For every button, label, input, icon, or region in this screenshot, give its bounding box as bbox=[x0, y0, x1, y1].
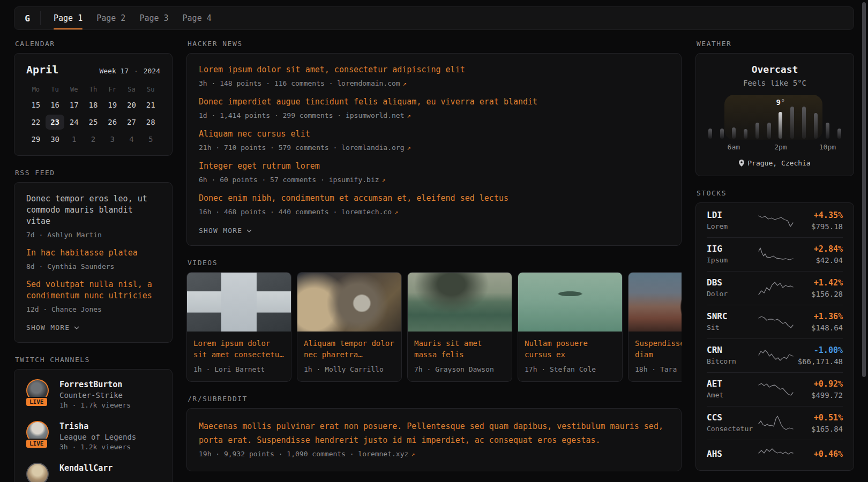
calendar-day[interactable]: 29 bbox=[26, 132, 46, 147]
calendar-day[interactable]: 15 bbox=[26, 97, 46, 112]
tab-page-4[interactable]: Page 4 bbox=[183, 7, 212, 29]
stock-symbol[interactable]: CCS bbox=[707, 412, 758, 423]
reddit-meta-text: 19h · 9,932 points · 1,090 comments · lo… bbox=[199, 450, 408, 458]
channel-info: ForrestBurton Counter-Strike 1h · 1.7k v… bbox=[59, 379, 131, 410]
video-meta: 1h · Molly Carrillo bbox=[304, 365, 395, 374]
channel-name[interactable]: Trisha bbox=[59, 421, 136, 432]
calendar-day[interactable]: 1 bbox=[64, 132, 84, 147]
twitch-channel-row[interactable]: LIVE ForrestBurton Counter-Strike 1h · 1… bbox=[26, 379, 160, 410]
video-thumbnail[interactable] bbox=[297, 273, 401, 332]
video-card[interactable]: Aliquam tempor dolor nec pharetra… 1h · … bbox=[297, 272, 402, 382]
calendar-day-selected[interactable]: 23 bbox=[46, 115, 65, 130]
calendar-day[interactable]: 20 bbox=[122, 97, 141, 112]
twitch-channel-row[interactable]: KendallCarr bbox=[26, 463, 160, 482]
video-title[interactable]: Mauris sit amet massa felis bbox=[414, 338, 505, 360]
hn-show-more-button[interactable]: SHOW MORE bbox=[199, 227, 252, 235]
channel-name[interactable]: KendallCarr bbox=[59, 463, 113, 473]
stock-change: +2.84% bbox=[794, 244, 843, 254]
stock-symbol[interactable]: SNRC bbox=[707, 311, 758, 322]
calendar-day[interactable]: 4 bbox=[122, 132, 141, 147]
hn-item-title[interactable]: Donec enim nibh, condimentum et accumsan… bbox=[199, 193, 669, 204]
stock-row[interactable]: SNRC Sit +1.36% $148.64 bbox=[707, 305, 843, 338]
calendar-day[interactable]: 2 bbox=[84, 132, 103, 147]
stock-row[interactable]: CRN Bitcorn -1.00% $66,171.48 bbox=[707, 338, 843, 372]
weekday-header: Sa bbox=[122, 84, 141, 95]
stock-symbol[interactable]: DBS bbox=[707, 277, 758, 288]
tab-page-3[interactable]: Page 3 bbox=[139, 7, 168, 29]
hn-item-title[interactable]: Integer eget rutrum lorem bbox=[199, 161, 669, 172]
calendar-day[interactable]: 26 bbox=[103, 115, 122, 130]
hn-item-title[interactable]: Lorem ipsum dolor sit amet, consectetur … bbox=[199, 64, 669, 76]
stock-symbol[interactable]: IIG bbox=[707, 244, 758, 254]
calendar-day[interactable]: 3 bbox=[103, 132, 122, 147]
subreddit-card: Maecenas mollis pulvinar erat non posuer… bbox=[186, 408, 682, 471]
video-thumbnail[interactable] bbox=[628, 273, 682, 332]
stock-row[interactable]: IIG Ipsum +2.84% $42.04 bbox=[707, 237, 843, 271]
stocks-widget: STOCKS LDI Lorem +4.35% $795.18 bbox=[695, 189, 854, 471]
stock-row[interactable]: AET Amet +0.92% $499.72 bbox=[707, 372, 843, 406]
calendar-day[interactable]: 27 bbox=[122, 115, 141, 130]
video-card[interactable]: Nullam posuere cursus ex 17h · Stefan Co… bbox=[518, 272, 623, 382]
calendar-day[interactable]: 30 bbox=[46, 132, 65, 147]
app-logo[interactable]: G bbox=[14, 7, 40, 29]
external-link-icon[interactable]: ↗ bbox=[394, 208, 398, 216]
video-title[interactable]: Lorem ipsum dolor sit amet consectetu… bbox=[193, 338, 285, 360]
video-card[interactable]: Mauris sit amet massa felis 7h · Grayson… bbox=[407, 272, 512, 382]
calendar-day[interactable]: 19 bbox=[103, 97, 122, 112]
hn-item-title[interactable]: Aliquam nec cursus elit bbox=[199, 129, 669, 140]
time-label: 6am bbox=[728, 143, 740, 151]
calendar-day[interactable]: 18 bbox=[84, 97, 103, 112]
hn-item: Donec imperdiet augue tincidunt felis al… bbox=[199, 96, 669, 120]
video-thumbnail[interactable] bbox=[408, 273, 512, 332]
stock-row[interactable]: DBS Dolor +1.42% $156.28 bbox=[707, 271, 843, 305]
video-thumbnail[interactable] bbox=[518, 273, 622, 332]
stock-sparkline bbox=[758, 415, 794, 432]
stock-row[interactable]: CCS Consectetur +0.51% $165.84 bbox=[707, 406, 843, 440]
reddit-post-title[interactable]: Maecenas mollis pulvinar erat non posuer… bbox=[199, 419, 669, 447]
calendar-day[interactable]: 24 bbox=[64, 115, 84, 130]
external-link-icon[interactable]: ↗ bbox=[407, 112, 411, 119]
calendar-day[interactable]: 22 bbox=[26, 115, 46, 130]
video-thumbnail[interactable] bbox=[187, 273, 291, 332]
chevron-down-icon bbox=[73, 326, 80, 330]
stock-name: Consectetur bbox=[707, 424, 758, 434]
tab-page-2[interactable]: Page 2 bbox=[96, 7, 125, 29]
video-card[interactable]: Suspendisse diam 18h · Tara bbox=[628, 272, 682, 382]
rss-item-title[interactable]: Donec tempor eros leo, ut commodo mauris… bbox=[26, 193, 160, 227]
stock-row[interactable]: AHS +0.46% bbox=[707, 440, 843, 469]
hn-item-title[interactable]: Donec imperdiet augue tincidunt felis al… bbox=[199, 96, 669, 108]
hn-item: Aliquam nec cursus elit 21h · 710 points… bbox=[199, 129, 669, 153]
hn-item-meta: 21h · 710 points · 579 comments · loreml… bbox=[199, 143, 669, 153]
calendar-day[interactable]: 17 bbox=[64, 97, 84, 112]
stock-price: $795.18 bbox=[794, 222, 843, 231]
calendar-day[interactable]: 25 bbox=[84, 115, 103, 130]
calendar-day[interactable]: 28 bbox=[141, 115, 160, 130]
stock-symbol[interactable]: CRN bbox=[707, 345, 758, 356]
video-card[interactable]: Lorem ipsum dolor sit amet consectetu… 1… bbox=[186, 272, 291, 382]
page-scrollbar-track[interactable] bbox=[860, 0, 868, 482]
stock-symbol[interactable]: LDI bbox=[707, 210, 758, 221]
stock-row[interactable]: LDI Lorem +4.35% $795.18 bbox=[707, 204, 843, 237]
stock-symbol[interactable]: AET bbox=[707, 379, 758, 389]
stock-sparkline bbox=[758, 246, 794, 263]
rss-item-title[interactable]: Sed volutpat nulla nisl, a condimentum n… bbox=[26, 279, 160, 302]
rss-item-title[interactable]: In hac habitasse platea bbox=[26, 247, 160, 259]
video-title[interactable]: Suspendisse diam bbox=[635, 338, 682, 360]
channel-name[interactable]: ForrestBurton bbox=[59, 379, 131, 390]
external-link-icon[interactable]: ↗ bbox=[411, 450, 415, 458]
stock-symbol[interactable]: AHS bbox=[707, 449, 758, 460]
page-scrollbar-thumb[interactable] bbox=[862, 2, 866, 377]
external-link-icon[interactable]: ↗ bbox=[407, 144, 411, 152]
calendar-day[interactable]: 16 bbox=[46, 97, 65, 112]
rss-show-more-button[interactable]: SHOW MORE bbox=[26, 323, 80, 332]
video-title[interactable]: Nullam posuere cursus ex bbox=[525, 338, 616, 360]
tab-page-1[interactable]: Page 1 bbox=[54, 7, 83, 29]
twitch-channel-row[interactable]: LIVE Trisha League of Legends 3h · 1.2k … bbox=[26, 421, 160, 452]
video-title[interactable]: Aliquam tempor dolor nec pharetra… bbox=[304, 338, 395, 360]
temp-bar bbox=[755, 123, 759, 139]
calendar-day[interactable]: 5 bbox=[141, 132, 160, 147]
calendar-day[interactable]: 21 bbox=[141, 97, 160, 112]
external-link-icon[interactable]: ↗ bbox=[382, 176, 386, 184]
hn-meta-text: 1d · 1,414 points · 299 comments · ipsum… bbox=[199, 111, 405, 119]
external-link-icon[interactable]: ↗ bbox=[403, 80, 407, 87]
